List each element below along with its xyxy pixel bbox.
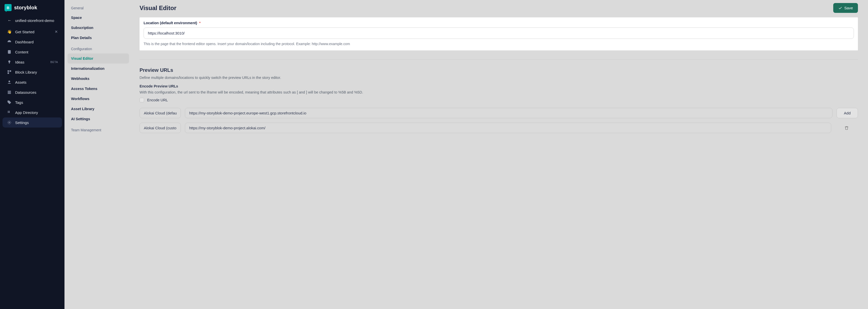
settings-item-access-tokens[interactable]: Access Tokens bbox=[67, 84, 129, 94]
encode-help: With this configuration, the url sent to… bbox=[140, 90, 858, 94]
encode-label: Encode Preview URLs bbox=[140, 84, 858, 88]
preview-urls-section: Preview URLs Define multiple domains/loc… bbox=[140, 67, 858, 133]
primary-sidebar: B storyblok ← unified-storefront-demo 👋 … bbox=[0, 0, 64, 309]
group-team-management: Team Management bbox=[67, 125, 129, 135]
nav-label: Assets bbox=[15, 80, 26, 84]
group-configuration: Configuration bbox=[67, 44, 129, 53]
svg-rect-8 bbox=[8, 92, 11, 92]
svg-point-12 bbox=[8, 112, 8, 113]
nav-datasources[interactable]: Datasources bbox=[2, 87, 62, 97]
location-help: This is the page that the frontend edito… bbox=[144, 42, 854, 46]
nav-settings[interactable]: Settings bbox=[2, 117, 62, 128]
brand-logo[interactable]: B storyblok bbox=[0, 2, 64, 16]
svg-rect-4 bbox=[10, 70, 11, 72]
svg-point-6 bbox=[8, 81, 10, 82]
delete-preview-url-button[interactable] bbox=[835, 126, 858, 130]
save-label: Save bbox=[844, 6, 853, 10]
nav-label: Content bbox=[15, 50, 28, 54]
primary-nav: 👋 Get Started ✕ Dashboard Content Ideas … bbox=[0, 26, 64, 129]
user-icon bbox=[7, 80, 11, 84]
back-label: unified-storefront-demo bbox=[15, 19, 54, 23]
svg-rect-0 bbox=[8, 50, 11, 54]
check-icon bbox=[838, 6, 842, 10]
back-to-space[interactable]: ← unified-storefront-demo bbox=[0, 16, 64, 26]
nav-get-started[interactable]: 👋 Get Started ✕ bbox=[2, 27, 62, 37]
nav-label: Ideas bbox=[15, 60, 25, 64]
settings-item-internationalization[interactable]: Internationalization bbox=[67, 63, 129, 74]
settings-item-asset-library[interactable]: Asset Library bbox=[67, 104, 129, 114]
divider bbox=[140, 59, 858, 60]
beta-badge: BETA bbox=[51, 60, 58, 63]
page-title: Visual Editor bbox=[140, 4, 176, 11]
settings-item-webhooks[interactable]: Webhooks bbox=[67, 74, 129, 84]
nav-tags[interactable]: Tags bbox=[2, 97, 62, 107]
nav-content[interactable]: Content bbox=[2, 47, 62, 57]
add-preview-url-button[interactable]: Add bbox=[837, 108, 858, 118]
list-icon bbox=[7, 90, 11, 94]
svg-point-13 bbox=[9, 112, 10, 113]
svg-point-14 bbox=[9, 122, 10, 123]
nav-label: Tags bbox=[15, 100, 23, 105]
nav-assets[interactable]: Assets bbox=[2, 77, 62, 87]
preview-url-row bbox=[140, 123, 858, 133]
location-section: Location (default environment) * This is… bbox=[140, 18, 858, 50]
svg-point-11 bbox=[9, 111, 10, 112]
settings-item-ai-settings[interactable]: AI Settings bbox=[67, 114, 129, 124]
location-input[interactable] bbox=[144, 27, 854, 39]
preview-subtitle: Define multiple domains/locations to qui… bbox=[140, 76, 858, 80]
svg-point-10 bbox=[8, 111, 8, 112]
nav-label: Datasources bbox=[15, 90, 36, 94]
tag-icon bbox=[7, 100, 11, 105]
settings-item-subscription[interactable]: Subscription bbox=[67, 23, 129, 33]
svg-point-1 bbox=[8, 60, 10, 62]
nav-label: App Directory bbox=[15, 110, 38, 115]
arrow-left-icon: ← bbox=[7, 18, 11, 23]
grid-icon bbox=[7, 110, 11, 115]
preview-name-input-0[interactable] bbox=[140, 108, 181, 118]
bulb-icon bbox=[7, 60, 11, 64]
nav-ideas[interactable]: Ideas BETA bbox=[2, 57, 62, 67]
settings-item-visual-editor[interactable]: Visual Editor bbox=[67, 53, 129, 63]
nav-dashboard[interactable]: Dashboard bbox=[2, 37, 62, 47]
svg-rect-3 bbox=[7, 70, 9, 72]
encode-url-checkbox-label: Encode URL bbox=[147, 98, 168, 102]
trash-icon bbox=[844, 126, 849, 130]
settings-item-workflows[interactable]: Workflows bbox=[67, 94, 129, 104]
gear-icon bbox=[7, 120, 11, 125]
nav-label: Block Library bbox=[15, 70, 37, 74]
preview-name-input-1[interactable] bbox=[140, 123, 181, 133]
svg-rect-7 bbox=[8, 91, 11, 91]
gauge-icon bbox=[7, 39, 11, 44]
svg-rect-9 bbox=[8, 93, 11, 94]
main-content: Visual Editor Save Location (default env… bbox=[132, 0, 868, 309]
preview-url-input-0[interactable] bbox=[185, 108, 833, 118]
nav-label: Get Started bbox=[15, 30, 34, 34]
document-icon bbox=[7, 50, 11, 54]
nav-label: Dashboard bbox=[15, 40, 33, 44]
nav-app-directory[interactable]: App Directory bbox=[2, 107, 62, 117]
nav-block-library[interactable]: Block Library bbox=[2, 67, 62, 77]
preview-url-row: Add bbox=[140, 108, 858, 118]
save-button[interactable]: Save bbox=[833, 3, 858, 13]
brand-name: storyblok bbox=[14, 5, 37, 10]
settings-item-space[interactable]: Space bbox=[67, 12, 129, 23]
group-general: General bbox=[67, 3, 129, 12]
settings-sidebar: General Space Subscription Plan Details … bbox=[64, 0, 132, 309]
blocks-icon bbox=[7, 70, 11, 74]
settings-item-plan-details[interactable]: Plan Details bbox=[67, 33, 129, 43]
location-label: Location (default environment) * bbox=[144, 21, 854, 25]
brand-mark-icon: B bbox=[4, 4, 11, 11]
nav-label: Settings bbox=[15, 120, 29, 125]
wave-icon: 👋 bbox=[7, 29, 11, 34]
close-icon[interactable]: ✕ bbox=[55, 29, 58, 34]
required-mark: * bbox=[199, 21, 201, 25]
preview-title: Preview URLs bbox=[140, 67, 858, 73]
svg-rect-5 bbox=[7, 73, 9, 74]
encode-url-checkbox[interactable] bbox=[140, 98, 144, 102]
preview-url-input-1[interactable] bbox=[185, 123, 831, 133]
svg-rect-2 bbox=[9, 62, 10, 63]
